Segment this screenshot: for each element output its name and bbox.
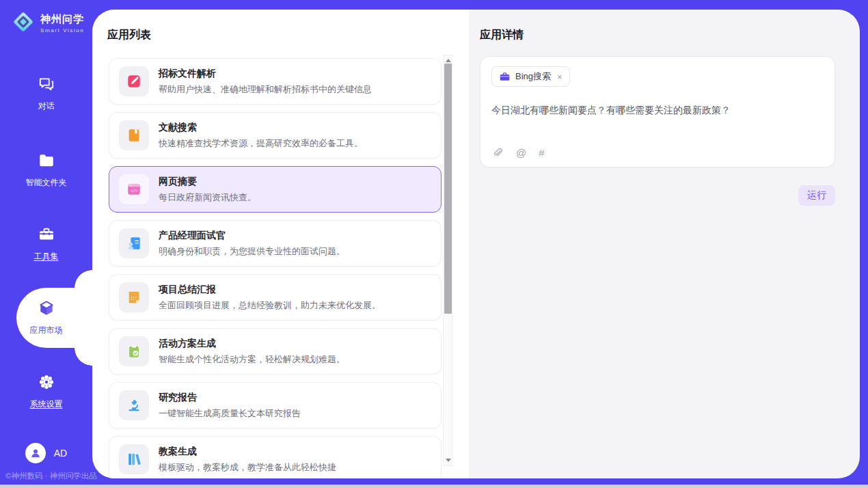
app-name: 教案生成 — [159, 446, 336, 458]
attachment-icon[interactable] — [491, 146, 504, 159]
copyright-text: ©神州数码 · 神州问学出品 — [5, 471, 97, 481]
interview-icon — [119, 228, 149, 258]
app-list-panel: 应用列表 招标文件解析 帮助用户快速、准确地理解和解析招标书中的关键信息 文献搜… — [92, 10, 469, 478]
run-button[interactable]: 运行 — [798, 185, 835, 206]
app-description: 每日政府新闻资讯快查。 — [159, 191, 256, 204]
main-content: 应用列表 招标文件解析 帮助用户快速、准确地理解和解析招标书中的关键信息 文献搜… — [92, 10, 860, 478]
user-profile[interactable]: AD — [0, 443, 92, 463]
svg-text:</>: </> — [131, 188, 138, 193]
app-description: 快速精准查找学术资源，提高研究效率的必备工具。 — [159, 137, 363, 150]
app-name: 文献搜索 — [159, 122, 363, 134]
briefcase-icon — [499, 71, 511, 83]
tool-tag-label: Bing搜索 — [515, 70, 551, 83]
app-logo: 神州问学 Smart Vision — [11, 10, 84, 37]
list-scrollbar[interactable] — [443, 55, 452, 466]
app-list-item[interactable]: 项目总结汇报 全面回顾项目进展，总结经验教训，助力未来优化发展。 — [109, 274, 442, 321]
person-icon — [29, 447, 42, 459]
scrollbar-thumb[interactable] — [444, 64, 452, 314]
app-list-item[interactable]: 文献搜索 快速精准查找学术资源，提高研究效率的必备工具。 — [109, 112, 442, 159]
tool-tag-bing-search[interactable]: Bing搜索 × — [491, 66, 570, 87]
avatar — [25, 443, 46, 463]
mention-icon[interactable]: @ — [516, 147, 526, 159]
sidebar-item-folders[interactable]: 智能文件夹 — [0, 152, 92, 189]
app-name: 产品经理面试官 — [159, 230, 345, 242]
scroll-up-icon[interactable] — [446, 59, 451, 62]
sidebar-item-market[interactable]: 应用市场 — [0, 299, 92, 336]
app-description: 模板驱动，教案秒成，教学准备从此轻松快捷 — [159, 461, 336, 474]
brand-diamond-icon — [11, 10, 36, 37]
folder-icon — [38, 152, 55, 172]
browser-icon: </> — [119, 174, 149, 204]
sidebar-item-tools[interactable]: 工具集 — [0, 226, 92, 262]
close-icon[interactable]: × — [557, 72, 562, 82]
app-list-item[interactable]: 产品经理面试官 明确身份和职责，为您提供专业性的面试问题。 — [109, 220, 442, 267]
bubble-notch-bottom — [74, 348, 92, 366]
app-name: 网页摘要 — [159, 176, 256, 188]
gear-icon — [38, 373, 55, 394]
user-initials: AD — [54, 448, 67, 459]
detail-panel-title: 应用详情 — [480, 28, 524, 42]
app-list-item[interactable]: 研究报告 一键智能生成高质量长文本研究报告 — [109, 382, 442, 429]
list-panel-title: 应用列表 — [107, 28, 151, 42]
brand-subtitle: Smart Vision — [40, 27, 84, 33]
brand-name: 神州问学 — [40, 13, 84, 26]
microscope-icon — [119, 390, 149, 420]
app-list-item[interactable]: 招标文件解析 帮助用户快速、准确地理解和解析招标书中的关键信息 — [109, 58, 442, 105]
app-name: 研究报告 — [159, 392, 301, 404]
clipboard-check-icon — [119, 336, 149, 366]
scroll-down-icon[interactable] — [446, 459, 451, 462]
toolbox-icon — [38, 226, 55, 246]
bottom-edge — [0, 485, 868, 488]
app-list-item[interactable]: 教案生成 模板驱动，教案秒成，教学准备从此轻松快捷 — [109, 436, 442, 478]
prompt-input[interactable]: 今日湖北有哪些新闻要点？有哪些需要关注的最新政策？ — [491, 105, 824, 117]
cube-icon — [38, 299, 55, 320]
app-description: 一键智能生成高质量长文本研究报告 — [159, 407, 301, 420]
app-list-item[interactable]: </> 网页摘要 每日政府新闻资讯快查。 — [109, 166, 442, 213]
app-name: 活动方案生成 — [159, 338, 345, 350]
sidebar-item-settings[interactable]: 系统设置 — [0, 373, 92, 410]
app-description: 明确身份和职责，为您提供专业性的面试问题。 — [159, 245, 345, 258]
edit-doc-icon — [119, 66, 149, 96]
app-list-item[interactable]: 活动方案生成 智能生成个性化活动方案，轻松解决规划难题。 — [109, 328, 442, 375]
app-name: 招标文件解析 — [159, 68, 372, 80]
bubble-notch-top — [74, 270, 92, 288]
books-icon — [119, 444, 149, 474]
book-icon — [119, 120, 149, 150]
sidebar-item-chat[interactable]: 对话 — [0, 75, 92, 112]
chat-icon — [38, 75, 55, 96]
app-description: 智能生成个性化活动方案，轻松解决规划难题。 — [159, 353, 345, 366]
note-icon — [119, 282, 149, 312]
hash-icon[interactable]: # — [539, 147, 544, 159]
app-description: 帮助用户快速、准确地理解和解析招标书中的关键信息 — [159, 83, 372, 96]
prompt-card: Bing搜索 × 今日湖北有哪些新闻要点？有哪些需要关注的最新政策？ @ # — [480, 56, 835, 167]
app-detail-panel: 应用详情 Bing搜索 × 今日湖北有哪些新闻要点？有哪些需要关注的最新政策？ — [469, 10, 860, 478]
app-name: 项目总结汇报 — [159, 284, 381, 296]
app-description: 全面回顾项目进展，总结经验教训，助力未来优化发展。 — [159, 299, 381, 312]
prompt-toolbar: @ # — [491, 146, 545, 159]
app-list: 招标文件解析 帮助用户快速、准确地理解和解析招标书中的关键信息 文献搜索 快速精… — [109, 58, 442, 478]
sidebar: 神州问学 Smart Vision 对话 智能文件夹 工具集 应用市场 — [0, 0, 92, 485]
